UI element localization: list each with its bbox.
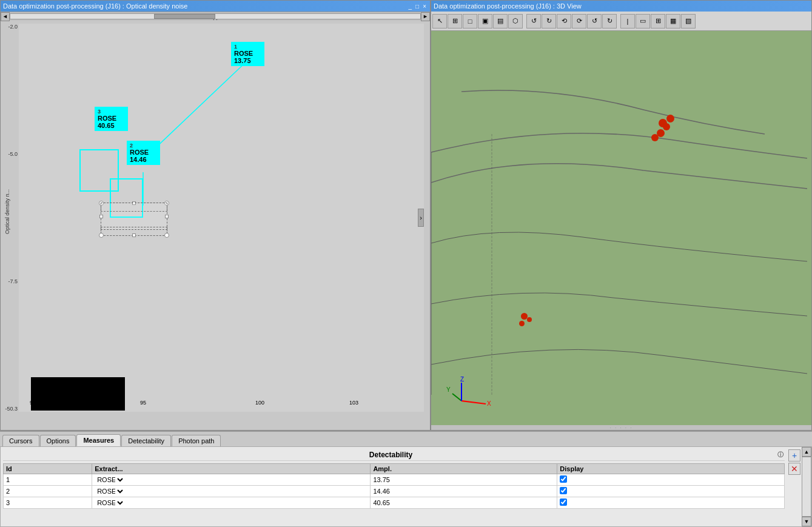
row2-extract-select[interactable]: ROSE bbox=[95, 487, 125, 495]
svg-text:Y: Y bbox=[446, 386, 451, 393]
red-dot-7 bbox=[519, 321, 525, 326]
col-display: Display bbox=[557, 464, 785, 474]
row3-id: 3 bbox=[4, 497, 92, 509]
row3-display-check[interactable] bbox=[560, 498, 567, 506]
row2-ampl: 14.46 bbox=[371, 486, 557, 497]
connection-lines bbox=[19, 24, 424, 412]
tool-rotate-cw[interactable]: ⟳ bbox=[572, 14, 586, 29]
tool-rotate-left[interactable]: ↺ bbox=[526, 14, 541, 29]
detect-panel: Detectability ⓘ Id Extract... Ampl. Disp… bbox=[1, 447, 787, 526]
table-row: 1 ROSE 13.75 bbox=[4, 474, 785, 486]
row3-ampl: 40.65 bbox=[371, 497, 557, 509]
tool-lines[interactable]: | bbox=[620, 14, 635, 29]
v-scrollbar: ▲ ▼ bbox=[802, 447, 811, 526]
v-drag-handle[interactable]: › bbox=[418, 209, 424, 227]
annotation-3: 3 ROSE 40.65 bbox=[95, 107, 128, 131]
left-panel-titlebar: Data optimization post-processing (J16) … bbox=[1, 1, 430, 12]
row3-extract-select[interactable]: ROSE bbox=[95, 498, 125, 507]
tab-measures[interactable]: Measures bbox=[76, 434, 121, 446]
left-maximize-btn[interactable]: □ bbox=[414, 3, 420, 10]
tool-grid[interactable]: ⊞ bbox=[651, 14, 665, 29]
add-row-btn[interactable]: + bbox=[788, 449, 800, 462]
panel-content: Detectability ⓘ Id Extract... Ampl. Disp… bbox=[0, 446, 812, 527]
row1-display-check[interactable] bbox=[560, 475, 567, 483]
del-row-btn[interactable]: ✕ bbox=[788, 463, 800, 475]
tool-3d-cube[interactable]: ⬡ bbox=[508, 14, 523, 29]
row3-display[interactable] bbox=[557, 497, 785, 509]
red-dot-2 bbox=[666, 115, 674, 123]
col-ampl: Ampl. bbox=[371, 464, 557, 474]
tool-refresh[interactable]: ↻ bbox=[602, 14, 617, 29]
left-win-controls: _ □ × bbox=[408, 3, 428, 10]
v-scroll-track[interactable] bbox=[802, 457, 811, 517]
tool-layers[interactable]: ▭ bbox=[636, 14, 650, 29]
row2-display[interactable] bbox=[557, 486, 785, 497]
tool-rotate-ccw[interactable]: ⟲ bbox=[557, 14, 571, 29]
tool-cursor[interactable]: ↖ bbox=[432, 14, 447, 29]
tool-cube[interactable]: ▣ bbox=[478, 14, 492, 29]
axes-svg: X Y Z bbox=[443, 377, 492, 413]
left-minimize-btn[interactable]: _ bbox=[408, 3, 414, 10]
toolbar-3d: ↖ ⊞ □ ▣ ▤ ⬡ ↺ ↻ ⟲ ⟳ ↺ ↻ | ▭ ⊞ ▦ ▧ bbox=[431, 12, 811, 31]
row2-extract[interactable]: ROSE bbox=[92, 486, 371, 497]
tool-rotate-right[interactable]: ↻ bbox=[542, 14, 556, 29]
dashed-rect-main bbox=[101, 203, 167, 230]
left-panel-title: Data optimization post-processing (J16) … bbox=[3, 2, 187, 10]
scroll-up-btn[interactable]: ▲ bbox=[802, 447, 811, 457]
detect-table: Id Extract... Ampl. Display 1 ROSE 1 bbox=[3, 463, 785, 509]
ann2-label: ROSE bbox=[130, 149, 157, 156]
tool-more1[interactable]: ▦ bbox=[666, 14, 680, 29]
top-section: Data optimization post-processing (J16) … bbox=[0, 0, 812, 431]
table-row: 3 ROSE 40.65 bbox=[4, 497, 785, 509]
svg-text:Z: Z bbox=[460, 377, 464, 383]
tab-cursors[interactable]: Cursors bbox=[2, 435, 39, 446]
ann2-value: 14.46 bbox=[130, 156, 157, 163]
y-tick-3: -7.5 bbox=[8, 278, 18, 284]
left-close-btn[interactable]: × bbox=[421, 3, 428, 10]
col-extract: Extract... bbox=[92, 464, 371, 474]
tool-reset[interactable]: ↺ bbox=[587, 14, 602, 29]
row1-display[interactable] bbox=[557, 474, 785, 486]
table-row: 2 ROSE 14.46 bbox=[4, 486, 785, 497]
h-scrollbar: ◄ ► bbox=[1, 12, 430, 21]
tool-zoom-box[interactable]: ⊞ bbox=[448, 14, 462, 29]
main-container: Data optimization post-processing (J16) … bbox=[0, 0, 812, 527]
ann1-value: 13.75 bbox=[234, 57, 261, 64]
svg-line-0 bbox=[152, 60, 248, 151]
tab-detectability[interactable]: Detectability bbox=[121, 435, 171, 446]
tab-photon-path[interactable]: Photon path bbox=[172, 435, 221, 446]
row1-extract-select[interactable]: ROSE bbox=[95, 475, 125, 484]
scroll-down-btn[interactable]: ▼ bbox=[802, 517, 811, 526]
y-tick-1: -2.0 bbox=[8, 24, 18, 30]
y-ticks: -2.0 -5.0 -7.5 -50.3 bbox=[1, 24, 19, 412]
dashed-rect-bottom bbox=[101, 227, 167, 236]
row2-display-check[interactable] bbox=[560, 487, 567, 494]
left-panel: Data optimization post-processing (J16) … bbox=[0, 0, 431, 431]
detect-info-icon[interactable]: ⓘ bbox=[777, 451, 783, 459]
red-dot-3 bbox=[663, 123, 670, 130]
detect-title: Detectability ⓘ bbox=[3, 449, 785, 461]
row3-extract[interactable]: ROSE bbox=[92, 497, 371, 509]
row1-ampl: 13.75 bbox=[371, 474, 557, 486]
h-scroll-thumb[interactable] bbox=[154, 14, 215, 19]
x-axis-ticks: 90 95 100 103 bbox=[19, 400, 424, 412]
row1-extract[interactable]: ROSE bbox=[92, 474, 371, 486]
tool-rect[interactable]: ▤ bbox=[493, 14, 508, 29]
row2-id: 2 bbox=[4, 486, 92, 497]
tab-options[interactable]: Options bbox=[40, 435, 76, 446]
scroll-right-btn[interactable]: ► bbox=[421, 12, 430, 21]
tool-more2[interactable]: ▧ bbox=[681, 14, 696, 29]
right-panel-title: Data optimization post-processing (J16) … bbox=[434, 2, 582, 10]
red-dot-8 bbox=[527, 317, 532, 322]
right-panel-titlebar: Data optimization post-processing (J16) … bbox=[431, 1, 811, 12]
side-buttons: + ✕ bbox=[787, 447, 802, 526]
tool-box[interactable]: □ bbox=[463, 14, 477, 29]
ann1-label: ROSE bbox=[234, 50, 261, 57]
scene-svg bbox=[431, 31, 811, 425]
svg-text:X: X bbox=[487, 400, 491, 407]
red-dot-5 bbox=[651, 134, 659, 141]
h-scroll-track[interactable] bbox=[10, 13, 421, 19]
annotation-1: 1 ROSE 13.75 bbox=[231, 42, 264, 66]
y-tick-2: -5.0 bbox=[8, 151, 18, 157]
annotation-2: 2 ROSE 14.46 bbox=[127, 141, 160, 165]
